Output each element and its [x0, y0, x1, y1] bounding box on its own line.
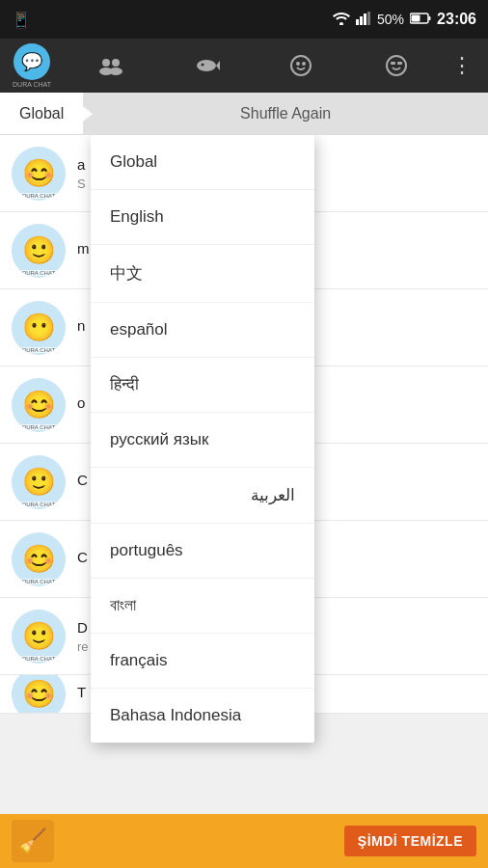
- tab-global[interactable]: Global: [0, 93, 83, 134]
- svg-point-9: [112, 59, 120, 67]
- avatar: 😊 DURA CHAT: [12, 675, 66, 714]
- svg-rect-7: [429, 16, 431, 20]
- logo-text: DURA CHAT: [13, 81, 51, 88]
- avatar: 🙂 DURA CHAT: [12, 455, 66, 509]
- svg-rect-4: [367, 12, 370, 25]
- more-options-button[interactable]: ⋮: [444, 45, 480, 86]
- language-dropdown: Global English 中文 español हिन्दी русский…: [91, 135, 314, 743]
- tab-row: Global Shuffle Again: [0, 93, 488, 135]
- status-bar: 📱 50% 23:06: [0, 0, 488, 39]
- status-left: 📱: [12, 11, 31, 29]
- dropdown-item-english[interactable]: English: [91, 190, 314, 245]
- battery-percent: 50%: [377, 12, 404, 27]
- svg-rect-1: [356, 19, 359, 25]
- avatar: 🙂 DURA CHAT: [12, 224, 66, 278]
- svg-point-0: [339, 22, 343, 25]
- dropdown-item-portuguese[interactable]: português: [91, 524, 314, 579]
- nav-icons: [64, 44, 444, 87]
- svg-point-17: [303, 63, 305, 65]
- dropdown-item-spanish[interactable]: español: [91, 303, 314, 358]
- avatar: 🙂 DURA CHAT: [12, 610, 66, 664]
- dropdown-item-chinese[interactable]: 中文: [91, 245, 314, 303]
- tab-shuffle[interactable]: Shuffle Again: [83, 93, 488, 134]
- dropdown-item-arabic[interactable]: العربية: [91, 468, 314, 524]
- svg-point-14: [201, 64, 203, 67]
- dropdown-item-french[interactable]: français: [91, 634, 314, 689]
- avatar: 😊 DURA CHAT: [12, 378, 66, 432]
- dropdown-item-global[interactable]: Global: [91, 135, 314, 190]
- avatar: 😊 DURA CHAT: [12, 147, 66, 201]
- svg-point-15: [291, 56, 311, 75]
- svg-rect-3: [364, 14, 366, 25]
- avatar: 😶 DURA CHAT: [12, 301, 66, 355]
- battery-icon: [410, 12, 431, 27]
- screen-icon: 📱: [12, 11, 31, 29]
- status-right: 50% 23:06: [333, 11, 476, 28]
- time: 23:06: [437, 11, 476, 28]
- broom-icon: 🧹: [12, 820, 54, 862]
- svg-point-8: [102, 59, 110, 67]
- nav-bar: 💬 DURA CHAT: [0, 39, 488, 93]
- svg-rect-19: [391, 62, 395, 65]
- avatar: 😊 DURA CHAT: [12, 532, 66, 586]
- dropdown-item-hindi[interactable]: हिन्दी: [91, 358, 314, 413]
- cool-emoji-nav-button[interactable]: [375, 44, 418, 87]
- logo-circle: 💬: [14, 43, 50, 80]
- dropdown-item-bengali[interactable]: বাংলা: [91, 579, 314, 634]
- main-content: 😊 DURA CHAT a S old, love shoppin.. 🙂 DU…: [0, 135, 488, 868]
- fish-nav-button[interactable]: [185, 44, 228, 87]
- svg-marker-13: [216, 61, 220, 70]
- svg-point-11: [109, 68, 122, 75]
- svg-rect-6: [412, 15, 420, 22]
- signal-icon: [356, 12, 371, 28]
- group-nav-button[interactable]: [90, 44, 132, 87]
- svg-rect-20: [397, 62, 402, 65]
- app-logo: 💬 DURA CHAT: [8, 41, 56, 90]
- emoji-nav-button[interactable]: [280, 44, 322, 87]
- svg-point-12: [197, 60, 216, 71]
- svg-point-16: [297, 63, 299, 65]
- svg-rect-2: [360, 16, 363, 25]
- svg-point-18: [387, 56, 406, 75]
- bottom-banner: 🧹 ŞİMDİ TEMİZLE: [0, 814, 488, 868]
- wifi-icon: [333, 12, 350, 28]
- clean-now-button[interactable]: ŞİMDİ TEMİZLE: [344, 826, 476, 856]
- dropdown-item-russian[interactable]: русский язык: [91, 413, 314, 468]
- dropdown-item-indonesian[interactable]: Bahasa Indonesia: [91, 689, 314, 743]
